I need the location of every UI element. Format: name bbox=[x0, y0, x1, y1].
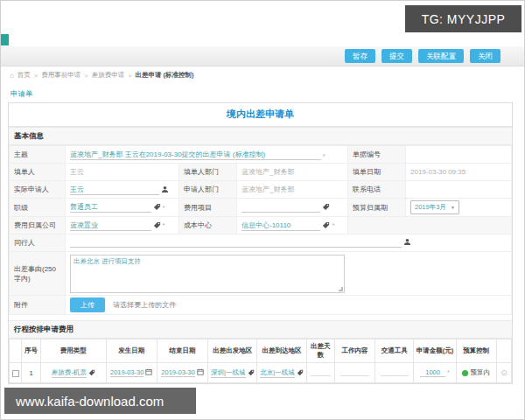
tag-select-icon[interactable] bbox=[322, 221, 330, 231]
expense-item-cell bbox=[237, 199, 348, 217]
applicant-input[interactable]: 王云 bbox=[70, 185, 159, 195]
submit-button[interactable]: 提交 bbox=[382, 49, 412, 64]
row-option-icon[interactable]: ⊙ bbox=[500, 368, 508, 377]
rank-cell: 普通员工* bbox=[66, 199, 179, 217]
trip-row: 1 差旅费-机票 2019-03-30 2019-03-30 深圳|一线城 北京… bbox=[10, 363, 512, 383]
amount-input[interactable]: 1000 bbox=[420, 368, 445, 377]
work-cell bbox=[334, 363, 374, 383]
person-select-icon[interactable] bbox=[403, 238, 411, 248]
tag-select-icon[interactable] bbox=[88, 369, 95, 378]
companion-input[interactable] bbox=[70, 239, 402, 248]
company-text: 蓝凌置业 bbox=[70, 221, 98, 229]
close-button[interactable]: 关闭 bbox=[470, 49, 500, 64]
transport-input[interactable] bbox=[381, 368, 409, 376]
row-rank: 职级 普通员工* 费用项目 预算归属期 2019年3月▼ bbox=[10, 199, 512, 217]
cost-center-input[interactable]: 信息中心-10110 bbox=[242, 220, 320, 231]
expense-type-input[interactable]: 差旅费-机票 bbox=[52, 368, 87, 378]
to-region-text: 北京|一线城 bbox=[260, 368, 294, 376]
resize-handle-icon[interactable] bbox=[339, 287, 343, 291]
start-date-text: 2019-03-30 bbox=[110, 368, 144, 376]
budget-green-dot-icon bbox=[462, 370, 468, 376]
row-applicant: 实际申请人 王云 申请人部门 蓝凌地产_财务部 联系电话 bbox=[10, 181, 512, 199]
companion-label: 同行人 bbox=[10, 234, 66, 252]
breadcrumb-item-pre-apply[interactable]: 费用事前申请 bbox=[41, 71, 80, 80]
from-region-input[interactable]: 深圳|一线城 bbox=[211, 368, 245, 378]
watermark-site-text: www.kaifa-download.com bbox=[16, 394, 164, 409]
required-asterisk: * bbox=[332, 222, 334, 228]
amount-cell: 1000* bbox=[414, 363, 456, 383]
cost-center-label: 成本中心 bbox=[179, 217, 237, 234]
attachment-cell: 上传 请选择要上传的文件 bbox=[66, 296, 512, 315]
col-budget: 预算控制 bbox=[456, 340, 496, 363]
tab-bar: 申请单 bbox=[8, 84, 513, 104]
rank-input[interactable]: 普通员工 bbox=[70, 202, 151, 213]
form-panel: 境内出差申请单 基本信息 主题 蓝凌地产_财务部 王云在2019-03-30提交… bbox=[8, 102, 513, 384]
save-draft-button[interactable]: 暂存 bbox=[345, 49, 375, 64]
to-region-input[interactable]: 北京|一线城 bbox=[260, 368, 294, 378]
from-region-text: 深圳|一线城 bbox=[211, 368, 245, 376]
person-select-icon[interactable] bbox=[161, 186, 169, 195]
tag-select-icon[interactable] bbox=[153, 221, 161, 231]
filler-value: 王云 bbox=[70, 168, 84, 176]
companion-cell bbox=[66, 234, 512, 252]
days-input[interactable] bbox=[311, 368, 331, 376]
upload-button[interactable]: 上传 bbox=[70, 298, 105, 312]
col-expense-type: 费用类型 bbox=[41, 340, 106, 363]
tag-select-icon[interactable] bbox=[248, 369, 255, 378]
watermark-site: www.kaifa-download.com bbox=[4, 388, 196, 414]
rank-text: 普通员工 bbox=[70, 203, 98, 211]
fill-date-value: 2019-03-30 09:35 bbox=[410, 168, 466, 176]
chevron-down-icon: ▼ bbox=[451, 205, 455, 210]
expense-type-cell: 差旅费-机票 bbox=[41, 363, 106, 383]
budget-period-label: 预算归属期 bbox=[348, 199, 406, 217]
expense-item-label: 费用项目 bbox=[179, 199, 237, 217]
calendar-icon[interactable] bbox=[197, 368, 204, 377]
row-subject: 主题 蓝凌地产_财务部 王云在2019-03-30提交的出差申请 (标准控制)*… bbox=[10, 146, 512, 164]
cost-center-cell: 信息中心-10110* bbox=[237, 217, 348, 234]
col-start-date: 发生日期 bbox=[106, 340, 157, 363]
row-filler: 填单人 王云 填单人部门 蓝凌地产_财务部 填单日期 2019-03-30 09… bbox=[10, 164, 512, 181]
phone-label: 联系电话 bbox=[348, 181, 406, 199]
breadcrumb-home[interactable]: 首页 bbox=[18, 71, 31, 80]
reason-cell: 出差北京 进行项目支持 bbox=[66, 252, 512, 296]
budget-period-select[interactable]: 2019年3月▼ bbox=[410, 200, 459, 214]
end-date-text: 2019-03-30 bbox=[161, 368, 194, 376]
tag-select-icon[interactable] bbox=[297, 369, 304, 378]
budget-period-value: 2019年3月 bbox=[415, 203, 446, 212]
tag-select-icon[interactable] bbox=[322, 203, 330, 213]
end-date-input[interactable]: 2019-03-30 bbox=[161, 368, 194, 377]
breadcrumb-item-travel-expense[interactable]: 差旅费申请 bbox=[92, 71, 125, 80]
col-work: 工作内容 bbox=[334, 340, 374, 363]
relation-config-button[interactable]: 关联配置 bbox=[418, 49, 464, 64]
empty-cell bbox=[348, 217, 512, 234]
select-all-header bbox=[10, 340, 22, 363]
days-cell bbox=[306, 363, 334, 383]
required-asterisk: * bbox=[323, 153, 326, 159]
company-label: 费用归属公司 bbox=[10, 217, 66, 234]
expense-type-text: 差旅费-机票 bbox=[52, 368, 87, 376]
calendar-icon[interactable] bbox=[145, 368, 152, 377]
subject-text: 蓝凌地产_财务部 王云在2019-03-30提交的出差申请 (标准控制) bbox=[70, 150, 265, 158]
subject-input[interactable]: 蓝凌地产_财务部 王云在2019-03-30提交的出差申请 (标准控制) bbox=[70, 150, 321, 160]
row-attachment: 附件 上传 请选择要上传的文件 bbox=[10, 296, 512, 315]
col-actions bbox=[496, 340, 511, 363]
breadcrumb-separator: > bbox=[128, 72, 131, 80]
company-input[interactable]: 蓝凌置业 bbox=[70, 220, 151, 231]
tag-select-icon[interactable] bbox=[153, 203, 161, 213]
section-basic-info: 基本信息 bbox=[9, 127, 512, 145]
reason-textarea[interactable]: 出差北京 进行项目支持 bbox=[70, 255, 345, 293]
watermark-tg-text: TG: MYYJJPP bbox=[422, 12, 506, 26]
tab-application-form[interactable]: 申请单 bbox=[8, 88, 36, 103]
breadcrumb-separator: > bbox=[84, 72, 88, 80]
section-trip: 行程按排申请费用 bbox=[9, 320, 512, 339]
phone-value[interactable] bbox=[406, 181, 512, 199]
expense-item-input[interactable] bbox=[242, 204, 320, 213]
teal-chip bbox=[1, 34, 9, 46]
row-checkbox[interactable] bbox=[12, 370, 19, 377]
work-input[interactable] bbox=[340, 368, 370, 376]
to-region-cell: 北京|一线城 bbox=[257, 363, 306, 383]
reason-label: 出差事由(250字内) bbox=[10, 252, 66, 296]
start-date-input[interactable]: 2019-03-30 bbox=[110, 368, 144, 377]
reason-text: 出差北京 进行项目支持 bbox=[74, 257, 141, 265]
breadcrumb-item-current: 出差申请 (标准控制) bbox=[136, 71, 194, 80]
